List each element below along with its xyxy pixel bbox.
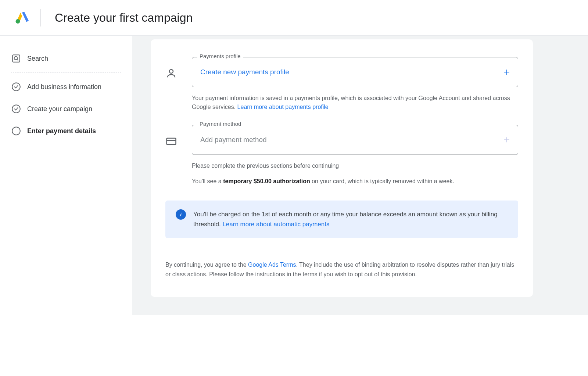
terms-text: By continuing, you agree to the Google A… xyxy=(165,260,518,279)
svg-rect-8 xyxy=(167,138,176,145)
sidebar-label: Add business information xyxy=(27,83,101,91)
svg-point-7 xyxy=(169,70,173,73)
terms-pre: By continuing, you agree to the xyxy=(165,262,248,268)
sidebar-item-business[interactable]: Add business information xyxy=(11,76,121,98)
profile-content: Payments profile Create new payments pro… xyxy=(192,57,518,111)
google-ads-logo xyxy=(15,10,29,25)
profile-learn-more-link[interactable]: Learn more about payments profile xyxy=(237,104,329,110)
sidebar-item-campaign[interactable]: Create your campaign xyxy=(11,98,121,120)
page-title: Create your first campaign xyxy=(55,11,193,25)
sidebar-item-payment[interactable]: Enter payment details xyxy=(11,120,121,142)
plus-icon: + xyxy=(504,134,510,146)
header-divider xyxy=(40,9,41,26)
field-legend: Payments profile xyxy=(197,53,243,59)
svg-point-5 xyxy=(12,105,20,113)
svg-point-2 xyxy=(14,57,18,60)
person-icon xyxy=(165,67,177,79)
card-icon xyxy=(165,135,177,147)
payments-profile-row: Payments profile Create new payments pro… xyxy=(165,57,518,111)
svg-point-0 xyxy=(16,19,20,24)
search-box-icon xyxy=(11,53,21,64)
sidebar-item-search[interactable]: Search xyxy=(11,47,121,73)
help-text-bold: temporary $50.00 authorization xyxy=(223,178,310,184)
check-circle-icon xyxy=(11,82,21,92)
svg-rect-1 xyxy=(12,55,20,62)
billing-info-banner: i You'll be charged on the 1st of each m… xyxy=(165,201,518,238)
sidebar-label: Enter payment details xyxy=(27,127,96,135)
google-ads-terms-link[interactable]: Google Ads Terms xyxy=(248,262,296,268)
automatic-payments-link[interactable]: Learn more about automatic payments xyxy=(222,221,329,228)
svg-point-4 xyxy=(12,83,20,91)
content: Search Add business information Create y… xyxy=(0,36,588,315)
plus-icon: + xyxy=(504,66,510,78)
main: Payments profile Create new payments pro… xyxy=(132,36,588,315)
header: Create your first campaign xyxy=(0,0,588,36)
method-content: Payment method Add payment method + Plea… xyxy=(192,125,518,186)
payment-method-row: Payment method Add payment method + Plea… xyxy=(165,125,518,186)
circle-icon xyxy=(11,126,21,136)
info-icon: i xyxy=(176,209,186,220)
method-help-1: Please complete the previous sections be… xyxy=(192,162,518,170)
sidebar: Search Add business information Create y… xyxy=(0,36,132,315)
sidebar-label: Search xyxy=(27,55,48,63)
banner-text: You'll be charged on the 1st of each mon… xyxy=(193,209,508,229)
field-legend: Payment method xyxy=(197,121,243,127)
help-text-a: You'll see a xyxy=(192,178,223,184)
svg-line-3 xyxy=(17,59,18,60)
sidebar-label: Create your campaign xyxy=(27,105,92,113)
field-value: Create new payments profile xyxy=(200,68,289,76)
payment-card: Payments profile Create new payments pro… xyxy=(151,39,533,297)
profile-help: Your payment information is saved in a p… xyxy=(192,94,518,111)
payments-profile-field[interactable]: Payments profile Create new payments pro… xyxy=(192,57,518,87)
svg-point-6 xyxy=(12,127,20,135)
help-text-b: on your card, which is typically removed… xyxy=(310,178,454,184)
field-value: Add payment method xyxy=(200,136,267,144)
method-help-2: You'll see a temporary $50.00 authorizat… xyxy=(192,177,518,186)
check-circle-icon xyxy=(11,104,21,114)
payment-method-field: Payment method Add payment method + xyxy=(192,125,518,155)
